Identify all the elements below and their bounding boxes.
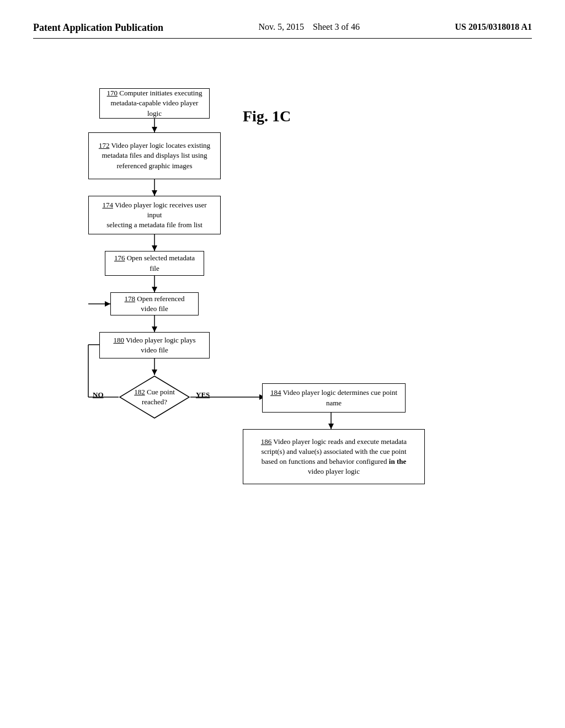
yes-label: YES (196, 390, 210, 399)
step-text-176: Open selected metadata file (127, 254, 195, 272)
step-num-174: 174 (102, 201, 113, 209)
step-174: 174 Video player logic receives user inp… (88, 196, 221, 234)
step-text-186: Video player logic reads and execute met… (261, 437, 407, 476)
header-sheet: Sheet 3 of 46 (313, 22, 360, 31)
step-num-182: 182 (134, 388, 145, 396)
no-label: NO (93, 390, 104, 399)
step-text-182: Cue pointreached? (142, 388, 175, 406)
svg-marker-11 (152, 370, 157, 375)
header-date: Nov. 5, 2015 (259, 22, 305, 31)
step-num-178: 178 (125, 295, 136, 303)
step-num-184: 184 (270, 388, 281, 397)
header-date-sheet: Nov. 5, 2015 Sheet 3 of 46 (259, 22, 360, 32)
step-170: 170 Computer initiates executingmetadata… (99, 88, 210, 119)
flowchart: 170 Computer initiates executingmetadata… (33, 61, 532, 557)
svg-marker-21 (105, 301, 110, 307)
step-186: 186 Video player logic reads and execute… (243, 429, 425, 484)
step-172: 172 Video player logic locates existingm… (88, 132, 221, 179)
step-text-184: Video player logic determines cue point … (283, 388, 398, 406)
svg-marker-1 (152, 127, 157, 132)
step-182: 182 Cue pointreached? (119, 375, 190, 419)
step-text-172: Video player logic locates existingmetad… (102, 141, 211, 169)
step-num-186: 186 (261, 437, 272, 446)
step-180: 180 Video player logic plays video file (99, 332, 210, 358)
header-patent-number: US 2015/0318018 A1 (455, 22, 532, 32)
step-text-178: Open referenced video file (137, 295, 184, 313)
svg-marker-7 (152, 287, 157, 292)
step-num-172: 172 (99, 141, 110, 149)
svg-marker-3 (152, 190, 157, 196)
step-text-170: Computer initiates executingmetadata-cap… (111, 89, 202, 117)
svg-marker-9 (152, 326, 157, 332)
header-title: Patent Application Publication (33, 22, 163, 34)
step-text-180: Video player logic plays video file (126, 336, 196, 354)
step-num-170: 170 (107, 89, 118, 97)
page: Patent Application Publication Nov. 5, 2… (0, 0, 565, 728)
header: Patent Application Publication Nov. 5, 2… (33, 22, 532, 39)
step-text-174: Video player logic receives user inputse… (106, 201, 206, 229)
step-num-176: 176 (114, 254, 125, 262)
svg-marker-5 (152, 245, 157, 251)
step-178: 178 Open referenced video file (110, 292, 199, 315)
step-184: 184 Video player logic determines cue po… (262, 383, 406, 413)
step-num-180: 180 (113, 336, 124, 344)
step-176: 176 Open selected metadata file (105, 251, 204, 276)
svg-marker-19 (328, 424, 334, 429)
